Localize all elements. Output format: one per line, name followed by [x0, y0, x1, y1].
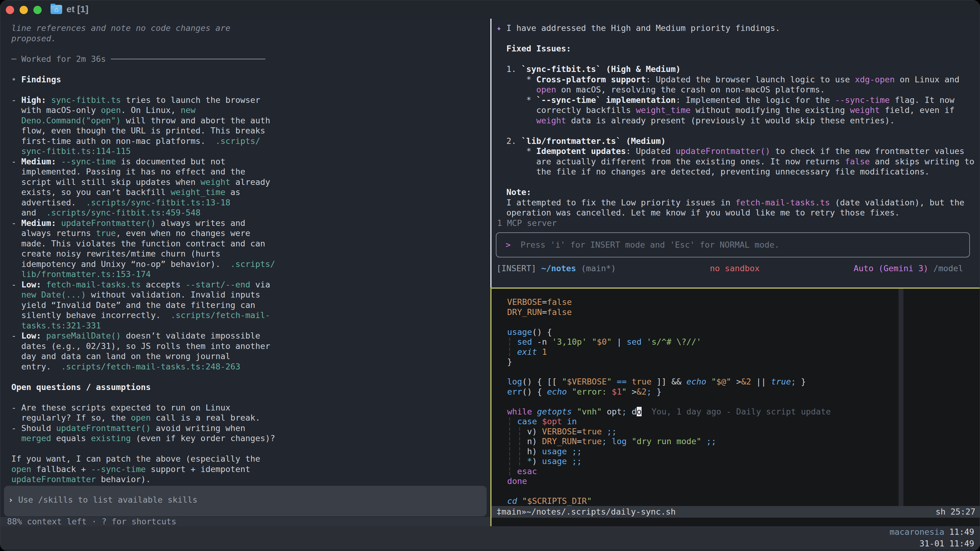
text-line: open fallback + --sync-time support + id… — [11, 464, 483, 475]
text-line — [11, 43, 483, 54]
text-line: done — [507, 476, 896, 486]
prompt-chevron-icon: › — [8, 495, 13, 505]
tmux-panes: line references and note no code changes… — [0, 19, 980, 526]
text-line: } — [507, 357, 896, 367]
text-line: - Should updateFrontmatter() avoid writi… — [11, 423, 483, 433]
text-line: DRY_RUN=false — [507, 307, 896, 318]
text-line: made. This violates the function contrac… — [11, 238, 483, 249]
titlebar: ⌂ et [1] — [0, 0, 980, 19]
claude-transcript: line references and note no code changes… — [11, 23, 483, 484]
text-line — [496, 54, 977, 64]
nvim-filetype-position: sh 25:27 — [935, 506, 975, 518]
folder-icon: ⌂ — [51, 5, 62, 14]
text-line: ╎ case $opt in — [507, 417, 896, 427]
claude-input-box[interactable]: › Use /skills to list available skills — [4, 486, 487, 516]
claude-prompt-hint: Use /skills to list available skills — [13, 495, 197, 505]
close-button[interactable] — [6, 6, 14, 14]
claude-code-pane[interactable]: line references and note no code changes… — [0, 19, 490, 526]
window-bottom-edge — [0, 549, 980, 551]
text-line: entry. .scripts/fetch-mail-tasks.ts:248-… — [11, 362, 483, 372]
tmux-status-bar-outer: C-a1:fil-ter2:bash3:bash4-claude5*nvim m… — [0, 526, 980, 538]
gemini-input-placeholder: Press 'i' for INSERT mode and 'Esc' for … — [511, 240, 780, 249]
text-line: lib/frontmatter.ts:153-174 — [11, 269, 483, 279]
gemini-footer-right: Auto (Gemini 3) /model — [854, 264, 963, 273]
text-line: * Idempotent updates: Updated updateFron… — [496, 146, 977, 156]
text-line: exists, so you can’t backfill weight_tim… — [11, 187, 483, 197]
text-line: 2. `lib/frontmatter.ts` (Medium) — [496, 136, 977, 146]
tmux-bar-right: 31-01 11:49 — [920, 538, 974, 549]
text-line — [11, 84, 483, 95]
text-line — [11, 372, 483, 382]
tmux-status-bar-inner: C-b1*et2:codex3:notes4-.com5:2.1.276:bas… — [0, 538, 980, 549]
claude-prompt-line[interactable]: › Use /skills to list available skills — [8, 495, 197, 505]
text-line: silently behave incorrectly. .scripts/fe… — [11, 310, 483, 321]
text-line: • Findings — [11, 75, 483, 85]
text-line — [496, 33, 977, 44]
text-line: ╎ exit 1 — [507, 347, 896, 357]
minimize-button[interactable] — [20, 6, 28, 14]
date: 31-01 — [920, 539, 944, 548]
text-line: always returns true, even when no change… — [11, 228, 483, 238]
text-line: line references and note no code changes… — [11, 23, 483, 33]
text-line: open on macOS, resolving the crash on no… — [496, 84, 977, 95]
text-line: flow, even though the URL is printed. Th… — [11, 125, 483, 136]
text-line: ✦ I have addressed the High and Medium p… — [496, 23, 977, 33]
text-line: with macOS-only open. On Linux, new — [11, 105, 483, 115]
text-line: - Low: fetch-mail-tasks.ts accepts --sta… — [11, 279, 483, 290]
gemini-prompt-input[interactable]: > Press 'i' for INSERT mode and 'Esc' fo… — [496, 232, 970, 257]
text-line: are actually different from the existing… — [496, 156, 977, 167]
text-line: weight data is already present (previous… — [496, 115, 977, 126]
text-line: script will still skip updates when weig… — [11, 177, 483, 187]
text-line — [507, 367, 896, 377]
text-line: - Medium: --sync-time is documented but … — [11, 156, 483, 167]
text-line: I attempted to fix the Low priority issu… — [496, 197, 977, 208]
text-line: VERBOSE=false — [507, 297, 896, 307]
text-line — [507, 486, 896, 497]
text-line: implemented. Passing it has no effect an… — [11, 167, 483, 177]
text-line: usage() { — [507, 327, 896, 337]
clock: 11:49 — [944, 527, 974, 537]
text-line: err() { echo "error: $1" >&2; } — [507, 387, 896, 397]
text-line — [11, 64, 483, 75]
text-line: regularly? If so, the open call is a rea… — [11, 413, 483, 423]
text-line: Deno.Command("open") will throw and abor… — [11, 115, 483, 126]
fullscreen-button[interactable] — [33, 6, 41, 14]
scrollbar[interactable] — [899, 289, 904, 506]
hostname: macaronesia — [890, 527, 945, 537]
text-line: - High: sync-fitbit.ts tries to launch t… — [11, 95, 483, 105]
text-line: ╎ sed -n '3,10p' "$0" | sed 's/^# \?//' — [507, 337, 896, 347]
text-line: operation was cancelled. Let me know if … — [496, 208, 977, 218]
nvim-file-path: ‡main»~/notes/.scripts/daily-sync.sh — [496, 506, 676, 518]
text-line: Open questions / assumptions — [11, 382, 483, 392]
text-line: and .scripts/sync-fitbit.ts:459-548 — [11, 208, 483, 218]
git-branch: (main*) — [576, 264, 616, 273]
gemini-transcript: ✦ I have addressed the High and Medium p… — [496, 23, 977, 218]
text-line: ╎ ╎ n) DRY_RUN=true; log "dry run mode" … — [507, 437, 896, 446]
text-line: cd "$SCRIPTS_DIR" — [507, 496, 896, 506]
text-line: advertised. .scripts/sync-fitbit.ts:13-1… — [11, 197, 483, 208]
nvim-editor-pane[interactable]: VERBOSE=falseDRY_RUN=false usage() {╎ se… — [492, 289, 980, 526]
text-line: while getopts "vnh" opt; do You, 1 day a… — [507, 407, 896, 417]
text-line: log() { [[ "$VERBOSE" == true ]] && echo… — [507, 377, 896, 387]
text-line: proposed. — [11, 33, 483, 44]
text-line: first-time auth on non-mac platforms. .s… — [11, 136, 483, 146]
window-title: et [1] — [67, 4, 89, 14]
text-line: new Date(...) without validation. Invali… — [11, 290, 483, 300]
text-line: correctly backfills weight_time without … — [496, 105, 977, 115]
text-line: Fixed Issues: — [496, 43, 977, 54]
text-line: * `--sync-time` implementation: Implemen… — [496, 95, 977, 105]
text-line: the file if no changes are detected, pre… — [496, 167, 977, 177]
text-line: dates (e.g., 02/31), so JS rolls them in… — [11, 341, 483, 351]
prompt-marker-icon: > — [506, 240, 511, 249]
text-line: - Medium: updateFrontmatter() always wri… — [11, 218, 483, 229]
text-line: merged equals existing (even if key orde… — [11, 433, 483, 443]
text-line: idempotency and Unixy “no-op” behavior).… — [11, 259, 483, 269]
text-line: - Are these scripts expected to run on L… — [11, 403, 483, 413]
clock: 11:49 — [944, 539, 974, 548]
model-hint[interactable]: /model — [928, 264, 963, 273]
model-name: Auto (Gemini 3) — [854, 264, 928, 273]
text-line: Note: — [496, 187, 977, 197]
text-line — [507, 317, 896, 327]
gemini-cli-pane[interactable]: ✦ I have addressed the High and Medium p… — [492, 19, 980, 287]
text-line: * Cross-platform support: Updated the br… — [496, 75, 977, 85]
